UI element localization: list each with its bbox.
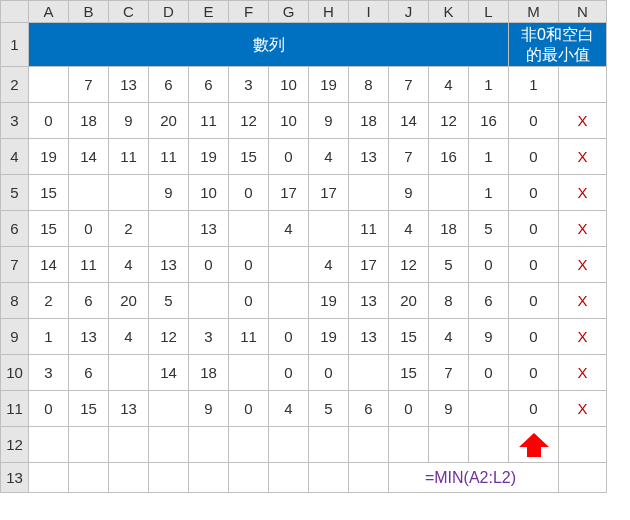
cell[interactable]: 9 [189, 391, 229, 427]
cell[interactable]: 0 [29, 391, 69, 427]
cell[interactable]: 8 [429, 283, 469, 319]
cell[interactable]: 10 [269, 103, 309, 139]
cell[interactable]: X [559, 139, 607, 175]
cell[interactable]: 0 [229, 175, 269, 211]
cell[interactable]: 7 [429, 355, 469, 391]
cell[interactable]: 14 [389, 103, 429, 139]
column-header-A[interactable]: A [29, 1, 69, 23]
cell[interactable]: X [559, 247, 607, 283]
cell[interactable]: 0 [509, 283, 559, 319]
cell[interactable]: 15 [229, 139, 269, 175]
cell[interactable] [269, 247, 309, 283]
row-header-11[interactable]: 11 [1, 391, 29, 427]
cell[interactable]: 10 [269, 67, 309, 103]
cell[interactable]: 13 [189, 211, 229, 247]
cell[interactable]: 6 [149, 67, 189, 103]
arrow-cell[interactable] [509, 427, 559, 463]
cell[interactable] [69, 427, 109, 463]
cell[interactable]: 5 [149, 283, 189, 319]
cell[interactable] [429, 427, 469, 463]
cell[interactable]: 0 [509, 175, 559, 211]
cell[interactable]: 1 [469, 175, 509, 211]
cell[interactable]: 16 [469, 103, 509, 139]
cell[interactable]: 0 [309, 355, 349, 391]
cell[interactable]: 20 [389, 283, 429, 319]
cell[interactable]: 6 [69, 355, 109, 391]
cell[interactable] [149, 211, 189, 247]
cell[interactable]: 4 [429, 67, 469, 103]
cell[interactable]: X [559, 283, 607, 319]
cell[interactable]: 0 [509, 319, 559, 355]
cell[interactable] [429, 175, 469, 211]
cell[interactable] [559, 463, 607, 493]
cell[interactable]: 15 [29, 211, 69, 247]
cell[interactable]: 0 [469, 247, 509, 283]
cell[interactable]: 16 [429, 139, 469, 175]
cell[interactable]: 4 [269, 211, 309, 247]
cell[interactable]: 20 [109, 283, 149, 319]
cell[interactable]: 4 [269, 391, 309, 427]
cell[interactable] [349, 463, 389, 493]
cell[interactable]: 15 [69, 391, 109, 427]
cell[interactable]: 14 [69, 139, 109, 175]
cell[interactable]: 20 [149, 103, 189, 139]
cell[interactable]: 0 [29, 103, 69, 139]
cell[interactable]: 15 [389, 319, 429, 355]
cell[interactable]: 17 [309, 175, 349, 211]
cell[interactable]: 19 [189, 139, 229, 175]
cell[interactable]: 0 [229, 391, 269, 427]
cell[interactable]: 10 [189, 175, 229, 211]
cell[interactable]: 6 [349, 391, 389, 427]
cell[interactable] [309, 463, 349, 493]
cell[interactable]: 1 [469, 67, 509, 103]
cell[interactable]: 4 [429, 319, 469, 355]
cell[interactable] [149, 463, 189, 493]
cell[interactable]: 0 [269, 355, 309, 391]
cell[interactable]: X [559, 175, 607, 211]
cell[interactable]: 0 [509, 103, 559, 139]
cell[interactable]: 8 [349, 67, 389, 103]
cell[interactable]: 2 [109, 211, 149, 247]
cell[interactable]: 7 [389, 67, 429, 103]
cell[interactable]: 5 [309, 391, 349, 427]
cell[interactable]: X [559, 211, 607, 247]
cell[interactable]: 0 [509, 247, 559, 283]
cell[interactable]: 9 [149, 175, 189, 211]
cell[interactable] [189, 283, 229, 319]
cell[interactable]: 7 [69, 67, 109, 103]
cell[interactable]: 9 [389, 175, 429, 211]
cell[interactable] [149, 391, 189, 427]
cell[interactable]: 11 [109, 139, 149, 175]
column-header-I[interactable]: I [349, 1, 389, 23]
cell[interactable]: 7 [389, 139, 429, 175]
column-header-B[interactable]: B [69, 1, 109, 23]
cell[interactable] [269, 427, 309, 463]
cell[interactable]: X [559, 103, 607, 139]
cell[interactable]: 0 [509, 211, 559, 247]
cell[interactable] [149, 427, 189, 463]
cell[interactable]: 12 [229, 103, 269, 139]
cell[interactable] [29, 427, 69, 463]
cell[interactable]: 1 [469, 139, 509, 175]
cell[interactable] [29, 463, 69, 493]
cell[interactable]: 18 [189, 355, 229, 391]
cell[interactable]: 6 [69, 283, 109, 319]
cell[interactable]: 12 [389, 247, 429, 283]
row-header-10[interactable]: 10 [1, 355, 29, 391]
cell[interactable]: 0 [509, 355, 559, 391]
cell[interactable]: 12 [429, 103, 469, 139]
row-header-9[interactable]: 9 [1, 319, 29, 355]
cell[interactable]: 9 [469, 319, 509, 355]
cell[interactable] [559, 427, 607, 463]
cell[interactable] [349, 427, 389, 463]
cell[interactable]: 3 [29, 355, 69, 391]
cell[interactable]: 5 [469, 211, 509, 247]
cell[interactable] [229, 463, 269, 493]
row-header-12[interactable]: 12 [1, 427, 29, 463]
cell[interactable]: 3 [189, 319, 229, 355]
cell[interactable] [69, 175, 109, 211]
column-header-C[interactable]: C [109, 1, 149, 23]
cell[interactable] [189, 427, 229, 463]
cell[interactable]: 4 [109, 247, 149, 283]
cell[interactable] [109, 427, 149, 463]
